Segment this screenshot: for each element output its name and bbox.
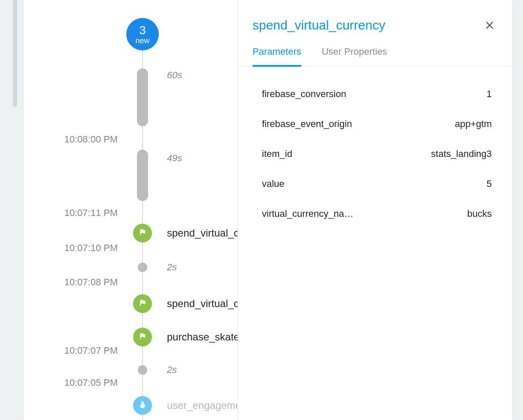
duration-label: 49s — [167, 153, 182, 164]
event-marker[interactable] — [133, 396, 152, 415]
event-label[interactable]: spend_virtual_curr — [167, 298, 238, 310]
event-marker[interactable] — [133, 224, 152, 243]
flag-icon — [138, 228, 147, 238]
param-key: virtual_currency_na… — [262, 208, 354, 219]
new-events-label: new — [135, 36, 149, 45]
param-key: firebase_event_origin — [262, 118, 352, 130]
event-label[interactable]: purchase_skater — [167, 331, 238, 343]
new-events-count: 3 — [139, 24, 146, 37]
idle-pill — [137, 150, 148, 201]
param-key: item_id — [262, 148, 292, 160]
flag-icon — [138, 332, 147, 342]
duration-label: 2s — [167, 364, 177, 376]
time-label: 10:08:00 PM — [53, 134, 118, 145]
param-row: virtual_currency_na… bucks — [262, 199, 492, 229]
close-button[interactable] — [484, 20, 495, 31]
param-key: value — [262, 178, 285, 189]
param-row: firebase_event_origin app+gtm — [262, 109, 492, 139]
detail-title: spend_virtual_currency — [253, 18, 385, 33]
param-row: firebase_conversion 1 — [262, 79, 492, 109]
event-label[interactable]: user_engagement — [167, 399, 238, 411]
param-value: 1 — [487, 89, 492, 100]
flag-icon — [138, 299, 147, 309]
page-scrollbar[interactable] — [13, 0, 17, 107]
time-label: 10:07:07 PM — [53, 345, 118, 356]
param-value: app+gtm — [455, 118, 492, 130]
event-detail-panel: spend_virtual_currency Parameters User P… — [238, 0, 512, 420]
detail-header: spend_virtual_currency — [238, 0, 512, 38]
idle-dot — [138, 263, 147, 272]
duration-label: 60s — [167, 70, 182, 81]
event-label[interactable]: spend_virtual_curr — [167, 227, 238, 239]
time-label: 10:07:10 PM — [53, 243, 118, 254]
new-events-badge[interactable]: 3 new — [126, 18, 159, 50]
parameters-list: firebase_conversion 1 firebase_event_ori… — [238, 66, 512, 229]
tab-parameters[interactable]: Parameters — [253, 46, 301, 67]
param-row: item_id stats_landing3 — [262, 139, 492, 169]
param-key: firebase_conversion — [262, 89, 346, 100]
detail-tabs: Parameters User Properties — [238, 38, 512, 66]
event-marker[interactable] — [133, 294, 152, 313]
tab-user-properties[interactable]: User Properties — [322, 46, 387, 66]
time-label: 10:07:11 PM — [53, 207, 118, 219]
param-value: bucks — [467, 208, 492, 219]
param-value: stats_landing3 — [431, 148, 492, 160]
time-label: 10:07:05 PM — [53, 377, 118, 388]
debug-view-panel: 3 new 60s 10:08:00 PM 49s 10:07:11 PM sp… — [24, 0, 512, 420]
idle-pill — [137, 68, 148, 126]
time-label: 10:07:08 PM — [53, 277, 118, 288]
duration-label: 2s — [167, 262, 177, 273]
touch-icon — [138, 400, 147, 411]
param-value: 5 — [487, 178, 492, 189]
event-marker[interactable] — [133, 328, 152, 346]
param-row: value 5 — [262, 169, 492, 199]
idle-dot — [138, 365, 147, 375]
close-icon — [484, 20, 495, 31]
event-timeline: 3 new 60s 10:08:00 PM 49s 10:07:11 PM sp… — [24, 0, 238, 420]
